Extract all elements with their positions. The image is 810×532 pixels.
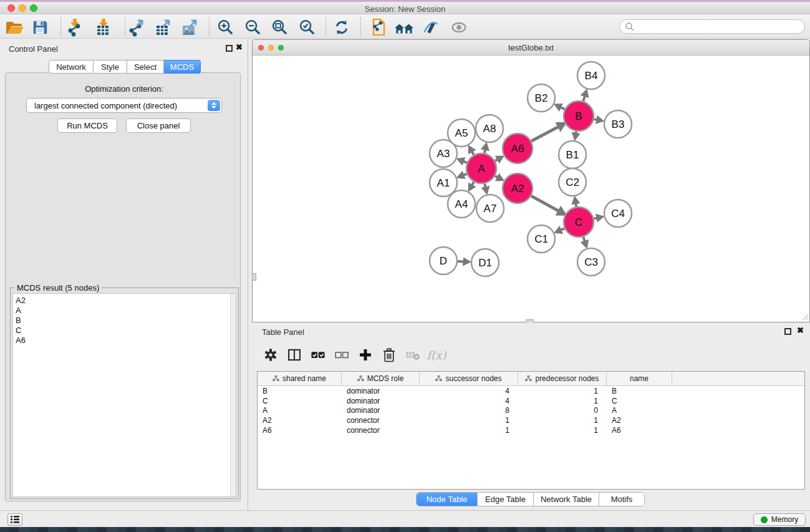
network-graph-canvas[interactable]: AA1A2A3A4A5A6A7A8BB1B2B3B4CC1C2C3C4DD1 [253, 56, 809, 322]
column-header-name[interactable]: name [607, 372, 672, 385]
graph-node-C4[interactable]: C4 [604, 200, 632, 227]
graph-node-B3[interactable]: B3 [604, 110, 632, 138]
tab-edge-table[interactable]: Edge Table [478, 493, 534, 506]
run-mcds-button[interactable]: Run MCDS [57, 118, 117, 133]
graph-node-A7[interactable]: A7 [476, 195, 504, 222]
graph-node-A8[interactable]: A8 [476, 115, 503, 142]
mcds-result-item[interactable]: C [16, 326, 236, 336]
edge-B-B2[interactable] [561, 107, 565, 109]
table-row[interactable]: Adominator80A [258, 405, 804, 415]
criterion-dropdown[interactable]: largest connected component (directed) [26, 98, 222, 113]
mcds-result-item[interactable]: A6 [16, 336, 236, 346]
graph-node-A5[interactable]: A5 [448, 119, 475, 147]
add-row-icon[interactable] [355, 345, 375, 365]
import-network-icon[interactable] [64, 17, 85, 38]
column-header-shared-name[interactable]: shared name [258, 372, 342, 385]
close-panel-button[interactable]: Close panel [126, 118, 191, 133]
graph-node-C2[interactable]: C2 [559, 168, 586, 196]
column-header-predecessor-nodes[interactable]: predecessor nodes [518, 372, 607, 385]
style-hide-icon[interactable] [420, 17, 441, 38]
close-table-panel-icon[interactable]: ✖ [797, 326, 804, 335]
export-table-icon[interactable] [152, 17, 173, 38]
table-row[interactable]: Bdominator41B [258, 386, 804, 396]
tab-network-table[interactable]: Network Table [534, 493, 599, 506]
import-table-icon[interactable] [93, 17, 114, 38]
float-table-panel-icon[interactable] [784, 328, 791, 335]
search-input[interactable] [619, 19, 805, 34]
edge-C-C3[interactable] [584, 237, 585, 242]
graph-node-C[interactable]: C [564, 207, 594, 237]
graph-node-A4[interactable]: A4 [448, 190, 475, 218]
edge-A-A7[interactable] [485, 183, 485, 187]
graph-node-C1[interactable]: C1 [528, 225, 555, 253]
tab-motifs[interactable]: Motifs [599, 493, 644, 506]
edge-A-A2[interactable] [495, 176, 498, 178]
export-network-icon[interactable] [125, 17, 147, 38]
edge-A2-C[interactable] [531, 196, 559, 211]
delete-row-icon[interactable] [379, 345, 399, 365]
refresh-icon[interactable] [331, 17, 352, 38]
mcds-result-item[interactable]: A2 [16, 296, 236, 306]
edge-B-B4[interactable] [583, 96, 585, 102]
graph-node-A[interactable]: A [466, 153, 496, 183]
tab-style[interactable]: Style [94, 60, 127, 74]
edge-A6-B[interactable] [531, 127, 559, 141]
zoom-fit-icon[interactable] [269, 17, 290, 38]
export-image-icon[interactable] [179, 17, 200, 38]
table-row[interactable]: A6connector11A6 [258, 425, 804, 435]
open-session-icon[interactable] [3, 17, 24, 38]
edge-A-A3[interactable] [463, 161, 467, 162]
tab-network[interactable]: Network [49, 60, 94, 74]
edge-B-B1[interactable] [576, 132, 576, 134]
edge-C-C2[interactable] [576, 203, 576, 207]
mcds-result-item[interactable]: A [16, 306, 236, 316]
edge-C-C1[interactable] [561, 228, 564, 230]
graph-node-B[interactable]: B [564, 101, 594, 131]
graph-node-D1[interactable]: D1 [471, 249, 499, 276]
edge-D-D1[interactable] [458, 261, 464, 262]
edge-A-A8[interactable] [485, 149, 485, 153]
tab-select[interactable]: Select [127, 60, 164, 74]
settings-icon[interactable] [261, 345, 281, 365]
tab-node-table[interactable]: Node Table [417, 493, 478, 506]
tab-mcds[interactable]: MCDS [164, 60, 201, 74]
graph-node-A6[interactable]: A6 [503, 133, 533, 163]
table-row[interactable]: A2connector11A2 [258, 415, 804, 425]
graph-node-D[interactable]: D [430, 247, 457, 274]
graph-node-B4[interactable]: B4 [577, 62, 605, 89]
home-icon[interactable] [393, 17, 415, 38]
scrollbar-mark-left[interactable] [252, 273, 256, 281]
edge-B-B3[interactable] [594, 119, 597, 120]
edge-A-A4[interactable] [472, 182, 474, 186]
memory-button[interactable]: Memory [753, 513, 806, 526]
resize-grip-icon[interactable] [800, 312, 809, 321]
column-header-successor-nodes[interactable]: successor nodes [420, 372, 518, 385]
graph-node-A2[interactable]: A2 [503, 173, 533, 203]
network-window-titlebar[interactable]: testGlobe.txt [253, 40, 809, 56]
delete-table-icon[interactable] [403, 345, 423, 365]
zoom-in-icon[interactable] [215, 17, 236, 38]
columns-icon[interactable] [284, 345, 304, 365]
edge-A-A6[interactable] [495, 159, 498, 161]
column-header-MCDS-role[interactable]: MCDS role [342, 372, 420, 385]
edge-A-A1[interactable] [463, 174, 467, 175]
edge-A-A5[interactable] [472, 152, 474, 155]
mcds-list-scrollbar[interactable] [230, 294, 236, 496]
save-session-icon[interactable] [29, 17, 51, 38]
graph-node-C3[interactable]: C3 [577, 248, 605, 276]
edge-C-C4[interactable] [594, 218, 597, 218]
graph-node-B2[interactable]: B2 [528, 84, 555, 112]
zoom-selected-icon[interactable] [296, 17, 317, 38]
table-row[interactable]: Cdominator41C [258, 396, 804, 406]
close-panel-icon[interactable]: ✖ [236, 43, 243, 52]
network-from-file-icon[interactable] [368, 17, 389, 38]
zoom-out-icon[interactable] [242, 17, 263, 38]
mcds-result-list[interactable]: A2ABCA6 [12, 293, 236, 497]
function-builder-icon[interactable]: f(x) [427, 345, 446, 365]
graph-node-B1[interactable]: B1 [559, 141, 586, 168]
select-all-icon[interactable] [308, 345, 328, 365]
show-graphics-icon[interactable] [448, 17, 470, 38]
mcds-result-item[interactable]: B [16, 316, 236, 326]
panel-menu-button[interactable] [7, 513, 22, 526]
deselect-all-icon[interactable] [332, 345, 352, 365]
